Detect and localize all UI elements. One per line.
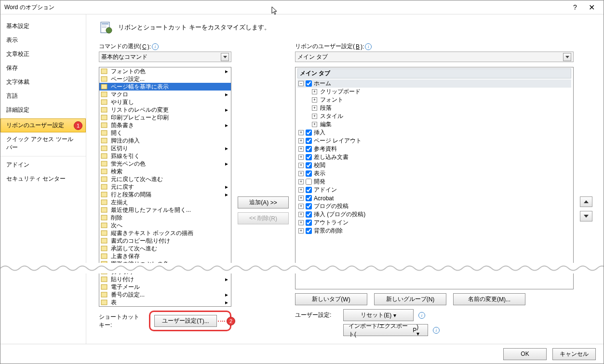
list-item[interactable]: ページ設定...: [99, 75, 231, 83]
list-item[interactable]: 印刷プレビューと印刷: [99, 114, 231, 121]
tab-checkbox[interactable]: [306, 203, 312, 209]
tab-checkbox[interactable]: [306, 154, 312, 160]
sidebar-item-proofing[interactable]: 文章校正: [0, 47, 86, 61]
tree-group-row[interactable]: +クリップボード: [297, 88, 571, 96]
info-icon[interactable]: i: [152, 43, 159, 50]
tree-tab-row[interactable]: +Acrobat: [297, 194, 571, 202]
tree-tab-row[interactable]: −ホーム: [297, 79, 571, 88]
help-button[interactable]: ?: [567, 3, 583, 11]
tree-tab-row[interactable]: +参考資料: [297, 145, 571, 153]
tab-checkbox[interactable]: [306, 179, 312, 185]
list-item[interactable]: やり直し: [99, 98, 231, 106]
sidebar-item-qat[interactable]: クイック アクセス ツール バー: [0, 132, 86, 155]
list-item[interactable]: リストのレベルの変更▸: [99, 106, 231, 114]
sidebar-item-general[interactable]: 基本設定: [0, 19, 86, 33]
list-item[interactable]: 承諾して次へ進む: [99, 245, 231, 252]
ok-button[interactable]: OK: [503, 348, 547, 360]
tree-tab-row[interactable]: +差し込み文書: [297, 153, 571, 161]
expand-icon[interactable]: +: [298, 220, 304, 225]
sidebar-item-advanced[interactable]: 詳細設定: [0, 103, 86, 117]
tab-checkbox[interactable]: [306, 195, 312, 201]
tree-tab-row[interactable]: +挿入 (ブログの投稿): [297, 210, 571, 219]
expand-icon[interactable]: +: [312, 97, 317, 103]
info-icon[interactable]: i: [418, 312, 425, 319]
list-item[interactable]: 上書き保存: [99, 252, 231, 260]
new-tab-button[interactable]: 新しいタブ(W): [295, 293, 367, 305]
expand-icon[interactable]: +: [298, 187, 304, 193]
list-item[interactable]: 行と段落の間隔▸: [99, 191, 231, 198]
rename-button[interactable]: 名前の変更(M)...: [453, 293, 525, 305]
customize-shortcuts-button[interactable]: ユーザー設定(T)...: [154, 315, 217, 327]
tab-checkbox[interactable]: [306, 146, 312, 152]
tree-tab-row[interactable]: +校閲: [297, 161, 571, 169]
reset-button[interactable]: リセット(E) ▾: [343, 309, 414, 321]
expand-icon[interactable]: +: [298, 155, 304, 160]
sidebar-item-typography[interactable]: 文字体裁: [0, 75, 86, 89]
import-export-button[interactable]: インポート/エクスポート(P) ▾: [343, 324, 428, 336]
move-up-button[interactable]: [580, 196, 592, 207]
ribbon-tabs-dropdown[interactable]: メイン タブ: [295, 52, 574, 62]
expand-icon[interactable]: +: [298, 138, 304, 143]
tree-tab-row[interactable]: +ブログの投稿: [297, 202, 571, 210]
expand-icon[interactable]: +: [312, 114, 317, 119]
expand-icon[interactable]: +: [298, 179, 304, 184]
info-icon[interactable]: i: [365, 43, 372, 50]
list-item[interactable]: 番号の設定...▸: [99, 291, 231, 299]
tree-tab-row[interactable]: +表示: [297, 169, 571, 178]
tree-tab-row[interactable]: +挿入: [297, 129, 571, 137]
list-item[interactable]: ページ幅を基準に表示: [99, 83, 231, 91]
sidebar-item-save[interactable]: 保存: [0, 61, 86, 75]
list-item[interactable]: 貼り付け▸: [99, 275, 231, 283]
tab-checkbox[interactable]: [306, 162, 312, 169]
list-item[interactable]: 書式のコピー/貼り付け: [99, 237, 231, 245]
list-item[interactable]: 検索: [99, 168, 231, 175]
move-down-button[interactable]: [580, 211, 592, 221]
collapse-icon[interactable]: −: [298, 81, 304, 86]
list-item[interactable]: 縦書きテキスト ボックスの描画: [99, 229, 231, 237]
list-item[interactable]: マクロ▸: [99, 91, 231, 98]
list-item[interactable]: 表▸: [99, 299, 231, 306]
expand-icon[interactable]: +: [298, 130, 304, 135]
cancel-button[interactable]: キャンセル: [552, 348, 596, 360]
sidebar-item-addins[interactable]: アドイン: [0, 156, 86, 172]
tab-checkbox[interactable]: [306, 80, 312, 87]
sidebar-item-display[interactable]: 表示: [0, 33, 86, 47]
list-item[interactable]: 削除: [99, 214, 231, 221]
expand-icon[interactable]: +: [298, 146, 304, 152]
expand-icon[interactable]: +: [298, 228, 304, 234]
new-group-button[interactable]: 新しいグループ(N): [374, 293, 446, 305]
tree-tab-row[interactable]: +開発: [297, 178, 571, 186]
expand-icon[interactable]: +: [298, 163, 304, 168]
tab-checkbox[interactable]: [306, 170, 312, 177]
list-item[interactable]: 電子メール: [99, 283, 231, 291]
tree-group-row[interactable]: +フォント: [297, 96, 571, 104]
close-button[interactable]: ✕: [583, 3, 600, 12]
tab-checkbox[interactable]: [306, 130, 312, 136]
tree-tab-row[interactable]: +ページ レイアウト: [297, 137, 571, 145]
list-item[interactable]: 蛍光ペンの色▸: [99, 160, 231, 168]
sidebar-item-trust-center[interactable]: セキュリティ センター: [0, 172, 86, 186]
tab-checkbox[interactable]: [306, 187, 312, 193]
tree-tab-row[interactable]: +アウトライン: [297, 219, 571, 227]
list-item[interactable]: 元に戻して次へ進む: [99, 175, 231, 183]
tab-checkbox[interactable]: [306, 211, 312, 218]
expand-icon[interactable]: +: [298, 195, 304, 201]
tree-group-row[interactable]: +段落: [297, 104, 571, 112]
list-item[interactable]: 開く: [99, 129, 231, 137]
tab-checkbox[interactable]: [306, 228, 312, 234]
sidebar-item-customize-ribbon[interactable]: リボンのユーザー設定 1: [0, 118, 86, 132]
list-item[interactable]: 脚注の挿入: [99, 137, 231, 144]
tab-checkbox[interactable]: [306, 220, 312, 226]
add-button[interactable]: 追加(A) >>: [238, 196, 289, 208]
list-item[interactable]: 元に戻す▸: [99, 183, 231, 191]
list-item[interactable]: 次へ: [99, 221, 231, 229]
tab-checkbox[interactable]: [306, 138, 312, 144]
expand-icon[interactable]: +: [312, 105, 317, 111]
list-item[interactable]: 最近使用したファイルを開く...: [99, 206, 231, 214]
list-item[interactable]: 区切り▸: [99, 144, 231, 152]
list-item[interactable]: 箇条書き▸: [99, 121, 231, 129]
info-icon[interactable]: i: [433, 327, 440, 334]
ribbon-tree[interactable]: メイン タブ −ホーム+クリップボード+フォント+段落+スタイル+編集+挿入+ペ…: [295, 67, 574, 289]
commands-from-dropdown[interactable]: 基本的なコマンド: [99, 52, 231, 62]
tree-group-row[interactable]: +編集: [297, 120, 571, 129]
